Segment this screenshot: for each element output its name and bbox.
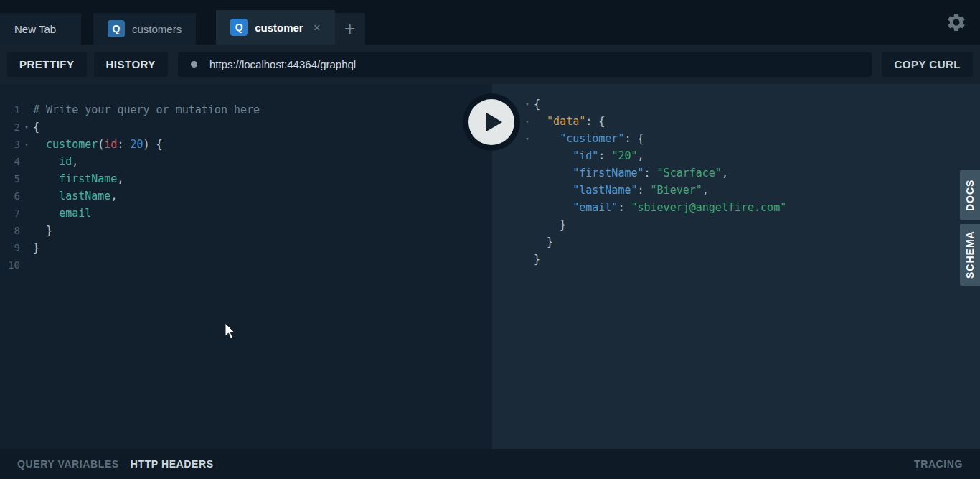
code-text: } bbox=[33, 224, 52, 237]
tab-customers[interactable]: Q customers bbox=[93, 13, 196, 45]
http-headers-tab[interactable]: HTTP HEADERS bbox=[131, 458, 214, 470]
code-text: # Write your query or mutation here bbox=[33, 103, 260, 116]
query-badge-icon: Q bbox=[230, 19, 248, 36]
code-text: "email": "sbieverj@angelfire.com" bbox=[534, 201, 786, 214]
execute-query-button[interactable] bbox=[463, 93, 520, 151]
code-line: ▾{ bbox=[521, 96, 973, 113]
tab-label: New Tab bbox=[14, 23, 56, 35]
code-text: "data": { bbox=[534, 115, 605, 128]
fold-arrow-icon[interactable]: ▾ bbox=[521, 130, 534, 147]
add-tab-button[interactable]: + bbox=[335, 13, 365, 45]
main-panes: 1# Write your query or mutation here2▾{3… bbox=[0, 84, 980, 449]
code-line: 2▾{ bbox=[0, 118, 492, 136]
endpoint-url-bar[interactable] bbox=[178, 52, 872, 77]
code-line: ▾ "data": { bbox=[521, 113, 973, 130]
code-line: } bbox=[521, 216, 973, 233]
code-text: "firstName": "Scarface", bbox=[534, 167, 728, 180]
query-badge-icon: Q bbox=[108, 20, 125, 37]
code-text: firstName, bbox=[33, 172, 123, 185]
line-number: 6 bbox=[0, 187, 20, 205]
code-line: 3▾ customer(id: 20) { bbox=[0, 136, 492, 153]
schema-side-tab[interactable]: SCHEMA bbox=[960, 224, 980, 286]
query-variables-tab[interactable]: QUERY VARIABLES bbox=[17, 458, 119, 470]
fold-arrow-icon[interactable]: ▾ bbox=[20, 136, 33, 153]
connection-dot-icon bbox=[191, 61, 197, 68]
code-line: 7 email bbox=[0, 205, 492, 222]
line-number: 10 bbox=[0, 256, 20, 274]
gear-icon bbox=[946, 11, 967, 33]
response-viewer: ▾{▾ "data": {▾ "customer": { "id": "20",… bbox=[492, 84, 980, 449]
fold-arrow-icon[interactable]: ▾ bbox=[521, 96, 534, 113]
code-line: 5 firstName, bbox=[0, 170, 492, 187]
line-number: 3 bbox=[0, 136, 20, 153]
code-text: "id": "20", bbox=[534, 149, 644, 162]
code-text: { bbox=[534, 98, 540, 111]
code-line: "lastName": "Biever", bbox=[521, 182, 973, 199]
tab-label: customer bbox=[255, 22, 303, 34]
history-button[interactable]: HISTORY bbox=[94, 52, 168, 77]
code-line: 10 bbox=[0, 256, 492, 274]
line-number: 9 bbox=[0, 239, 20, 256]
plus-icon: + bbox=[344, 18, 356, 40]
code-line: 1# Write your query or mutation here bbox=[0, 101, 492, 118]
code-line: 8 } bbox=[0, 222, 492, 239]
play-icon bbox=[486, 113, 502, 131]
code-line: 9} bbox=[0, 239, 492, 256]
line-number: 8 bbox=[0, 222, 20, 239]
prettify-button[interactable]: PRETTIFY bbox=[7, 52, 87, 77]
tracing-tab[interactable]: TRACING bbox=[914, 458, 963, 470]
code-line: "firstName": "Scarface", bbox=[521, 164, 973, 182]
code-text: { bbox=[33, 121, 39, 134]
fold-arrow-icon[interactable]: ▾ bbox=[521, 113, 534, 130]
code-text: "lastName": "Biever", bbox=[534, 184, 709, 197]
toolbar: PRETTIFY HISTORY COPY CURL bbox=[0, 45, 980, 84]
query-editor[interactable]: 1# Write your query or mutation here2▾{3… bbox=[0, 84, 492, 449]
endpoint-url-input[interactable] bbox=[209, 58, 859, 70]
code-text: } bbox=[534, 236, 553, 248]
line-number: 1 bbox=[0, 101, 20, 118]
bottom-bar: QUERY VARIABLES HTTP HEADERS TRACING bbox=[0, 449, 980, 479]
tab-bar: New Tab Q customers Q customer × + bbox=[0, 0, 980, 45]
code-text: customer(id: 20) { bbox=[33, 138, 163, 151]
code-line: 4 id, bbox=[0, 153, 492, 170]
code-text: email bbox=[33, 207, 91, 220]
fold-arrow-icon[interactable]: ▾ bbox=[20, 118, 33, 136]
code-text: "customer": { bbox=[534, 132, 644, 145]
tab-label: customers bbox=[132, 23, 182, 35]
code-text: } bbox=[534, 218, 566, 231]
copy-curl-button[interactable]: COPY CURL bbox=[882, 52, 973, 77]
code-line: 6 lastName, bbox=[0, 187, 492, 205]
code-text: } bbox=[33, 241, 39, 254]
code-text: } bbox=[534, 253, 540, 266]
code-line: "email": "sbieverj@angelfire.com" bbox=[521, 199, 973, 216]
line-number: 5 bbox=[0, 170, 20, 187]
code-line: ▾ "customer": { bbox=[521, 130, 973, 147]
code-line: "id": "20", bbox=[521, 147, 973, 164]
code-text: lastName, bbox=[33, 190, 117, 203]
settings-gear-icon[interactable] bbox=[946, 11, 967, 33]
tab-customer[interactable]: Q customer × bbox=[216, 10, 334, 45]
code-text: id, bbox=[33, 155, 78, 168]
tab-new-tab[interactable]: New Tab bbox=[0, 13, 81, 45]
line-number: 2 bbox=[0, 118, 20, 136]
code-line: } bbox=[521, 251, 973, 268]
close-tab-icon[interactable]: × bbox=[314, 22, 321, 34]
code-line: } bbox=[521, 233, 973, 251]
line-number: 7 bbox=[0, 205, 20, 222]
line-number: 4 bbox=[0, 153, 20, 170]
graphql-playground-window: New Tab Q customers Q customer × + PRETT… bbox=[0, 0, 980, 479]
docs-side-tab[interactable]: DOCS bbox=[960, 170, 980, 220]
play-button-disc bbox=[468, 99, 514, 145]
